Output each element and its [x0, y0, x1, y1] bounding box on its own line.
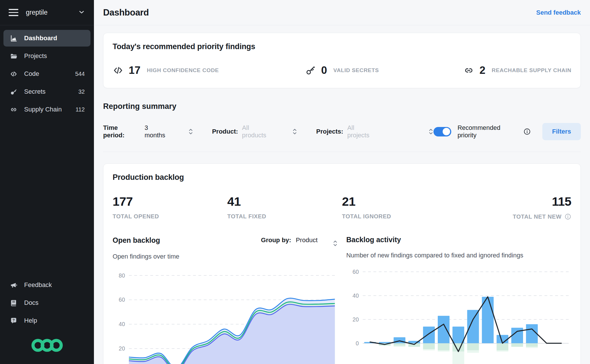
sidebar-footer-nav: Feedback Docs ? Help: [0, 277, 94, 329]
stat-value: 2: [479, 64, 485, 76]
stat-total-net-new: 115 TOTAL NET NEW: [513, 194, 571, 220]
stat-valid-secrets: 0 VALID SECRETS: [305, 64, 379, 76]
product-select[interactable]: Product: All products: [212, 124, 297, 139]
charts-row: Open backlog Group by: Product Open find…: [113, 233, 571, 364]
stat-value: 0: [321, 64, 327, 76]
sidebar-item-supply-chain[interactable]: Supply Chain 112: [3, 101, 90, 118]
sidebar-item-docs[interactable]: Docs: [3, 294, 90, 311]
sidebar-item-label: Feedback: [24, 281, 52, 289]
sidebar-item-label: Dashboard: [24, 34, 57, 42]
sidebar: greptile Dashboard Projects: [0, 0, 94, 364]
hamburger-menu-icon[interactable]: [9, 9, 18, 16]
priority-card-title: Today's recommended priority findings: [113, 42, 571, 51]
backlog-activity-bar-chart: -200204060Jun 10Jun 24Jul 8Jul 22Aug 5Au…: [346, 265, 572, 364]
link-icon: [463, 65, 474, 76]
sidebar-item-label: Supply Chain: [24, 106, 62, 113]
time-period-select[interactable]: Time period: 3 months: [103, 124, 193, 139]
link-icon: [9, 106, 18, 113]
stat-value: 177: [113, 194, 227, 209]
sidebar-nav: Dashboard Projects Code 544 Secrets: [0, 25, 94, 118]
sidebar-item-label: Code: [24, 70, 39, 78]
main-area: Dashboard Send feedback Today's recommen…: [94, 0, 590, 364]
recommended-priority-toggle[interactable]: [433, 127, 451, 136]
stat-value: 21: [342, 194, 457, 209]
key-icon: [305, 65, 316, 76]
stat-label: TOTAL IGNORED: [342, 213, 457, 220]
sidebar-header: greptile: [0, 0, 94, 25]
svg-text:20: 20: [352, 316, 359, 323]
time-period-value: 3 months: [144, 124, 170, 139]
priority-findings-card: Today's recommended priority findings 17…: [103, 33, 581, 88]
stat-label: HIGH CONFIDENCE CODE: [147, 67, 219, 74]
svg-text:80: 80: [119, 272, 125, 279]
dashboard-chart-icon: [9, 34, 18, 42]
recommended-priority-label: Recommended priority: [458, 124, 520, 139]
secrets-count-badge: 32: [78, 88, 85, 95]
stat-total-opened: 177 TOTAL OPENED: [113, 194, 227, 220]
production-backlog-card: Production backlog 177 TOTAL OPENED 41 T…: [103, 163, 581, 364]
select-chevrons-icon: [292, 128, 297, 135]
top-header: Dashboard Send feedback: [94, 0, 590, 25]
svg-text:?: ?: [12, 318, 15, 322]
recommended-priority-toggle-group: Recommended priority: [433, 124, 531, 139]
code-icon: [113, 65, 124, 76]
svg-text:40: 40: [119, 321, 125, 327]
chevron-down-icon[interactable]: [78, 8, 85, 17]
product-value: All products: [242, 124, 275, 139]
stat-label: TOTAL FIXED: [227, 213, 342, 220]
stat-value: 17: [129, 64, 140, 76]
open-backlog-title: Open backlog: [113, 236, 160, 244]
sidebar-item-label: Projects: [24, 52, 47, 60]
backlog-stats-row: 177 TOTAL OPENED 41 TOTAL FIXED 21 TOTAL…: [113, 194, 571, 220]
stat-label: TOTAL NET NEW: [513, 213, 571, 220]
svg-text:60: 60: [119, 296, 125, 303]
projects-value: All projects: [347, 124, 377, 139]
app-root: greptile Dashboard Projects: [0, 0, 590, 364]
svg-text:40: 40: [352, 292, 359, 299]
code-icon: [9, 70, 18, 78]
group-by-label: Group by:: [261, 236, 291, 244]
group-by-value: Product: [296, 236, 318, 244]
sidebar-item-label: Docs: [24, 299, 38, 307]
sidebar-item-code[interactable]: Code 544: [3, 66, 90, 82]
backlog-activity-chart-panel: Backlog activity Number of new findings …: [346, 233, 572, 364]
select-chevrons-icon: [428, 128, 433, 135]
time-period-label: Time period:: [103, 124, 140, 139]
book-icon: [9, 299, 18, 307]
open-backlog-area-chart: 020406080Jun 10Jun 24Jul 8Jul 15Jul 29Au…: [113, 267, 338, 364]
select-chevrons-icon: [188, 128, 193, 135]
open-backlog-chart-panel: Open backlog Group by: Product Open find…: [113, 233, 338, 364]
stat-total-ignored: 21 TOTAL IGNORED: [342, 194, 457, 220]
backlog-activity-title: Backlog activity: [346, 236, 401, 244]
sidebar-item-projects[interactable]: Projects: [3, 48, 90, 64]
sidebar-item-help[interactable]: ? Help: [3, 312, 90, 329]
sidebar-item-dashboard[interactable]: Dashboard: [3, 30, 90, 47]
reporting-summary-title: Reporting summary: [103, 102, 581, 111]
stat-label: TOTAL OPENED: [113, 213, 227, 220]
projects-label: Projects:: [316, 128, 343, 135]
backlog-card-title: Production backlog: [113, 173, 571, 182]
svg-text:20: 20: [119, 345, 125, 352]
stat-value: 41: [227, 194, 342, 209]
sidebar-item-label: Help: [24, 317, 37, 324]
org-name: greptile: [26, 9, 47, 16]
stat-reachable-supply-chain: 2 REACHABLE SUPPLY CHAIN: [463, 64, 571, 76]
page-title: Dashboard: [103, 7, 149, 18]
filters-button[interactable]: Filters: [542, 123, 581, 140]
sidebar-item-secrets[interactable]: Secrets 32: [3, 83, 90, 100]
projects-select[interactable]: Projects: All projects: [316, 124, 434, 139]
select-chevrons-icon: [333, 233, 338, 247]
send-feedback-link[interactable]: Send feedback: [536, 9, 581, 16]
info-icon[interactable]: [523, 128, 531, 135]
key-icon: [9, 88, 18, 96]
group-by-select[interactable]: Group by: Product: [261, 233, 338, 247]
stat-total-fixed: 41 TOTAL FIXED: [227, 194, 342, 220]
priority-stats-row: 17 HIGH CONFIDENCE CODE 0 VALID SECRETS: [113, 64, 571, 79]
sidebar-item-label: Secrets: [24, 88, 46, 95]
sidebar-item-feedback[interactable]: Feedback: [3, 277, 90, 293]
supply-chain-count-badge: 112: [76, 106, 85, 113]
stat-label: VALID SECRETS: [333, 67, 379, 74]
info-icon[interactable]: [564, 213, 571, 220]
code-count-badge: 544: [75, 71, 85, 77]
stat-high-confidence-code: 17 HIGH CONFIDENCE CODE: [113, 64, 265, 76]
